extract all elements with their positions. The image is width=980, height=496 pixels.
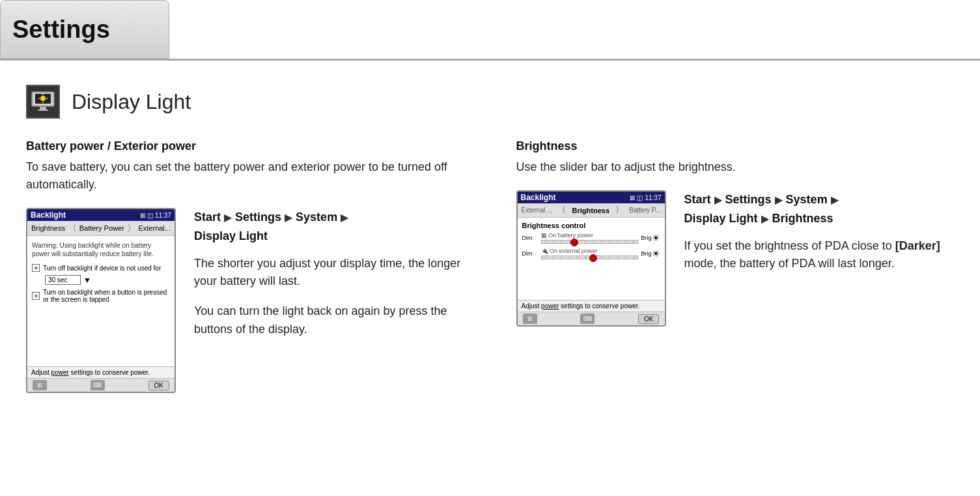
phone2-slider1-thumb[interactable] (570, 239, 578, 246)
phone1-dropdown-arrow[interactable]: ▼ (83, 276, 91, 285)
phone1-warning: Warning: Using backlight while on batter… (32, 239, 170, 260)
right-section-body: Use the slider bar to adjust the brightn… (516, 158, 955, 176)
right-path-arrow-1: ▶ (714, 192, 722, 209)
phone2-brightness-title: Brightness control (522, 222, 660, 229)
right-path-system: System (786, 193, 828, 206)
phone1-start-icon[interactable]: ⊞ (33, 380, 47, 390)
path-system: System (296, 211, 337, 224)
path-settings: Settings (235, 211, 281, 224)
page-title: Settings (12, 16, 110, 44)
phone2-slider1-dots (542, 241, 638, 243)
phone2-slider2-brig: Brig ☀ (641, 248, 660, 259)
phone2-tab-arrow-right: 〉 (615, 205, 623, 216)
phone1-keyboard-icon[interactable]: ⌨ (91, 380, 105, 390)
path-display: Display Light (194, 229, 268, 242)
phone2-slider2-center-label: 🔌 On external power (541, 248, 639, 254)
svg-rect-2 (40, 107, 46, 109)
phone1-nav-center: Battery Power (79, 224, 124, 232)
path-arrow-3: ▶ (341, 209, 348, 226)
phone1-nav-arrow-right: 〉 (127, 222, 136, 234)
phone2-slider1-dim: Dim (522, 235, 539, 241)
phone1-ok-button[interactable]: OK (148, 381, 169, 390)
phone1-footer: Adjust power settings to conserve power. (27, 366, 175, 378)
phone1-checkbox1[interactable]: ✕ (32, 264, 40, 272)
instruction-block: Start ▶ Settings ▶ System ▶ Display Ligh… (194, 208, 464, 339)
path-start: Start (194, 211, 221, 224)
right-instruction-block: Start ▶ Settings ▶ System ▶ Display Ligh… (684, 190, 955, 273)
phone1-battery-icon: ◫ (147, 212, 153, 219)
phone2-slider1-brig: Brig ☀ (641, 233, 660, 243)
path-arrow-2: ▶ (285, 209, 292, 226)
right-path-brightness: Brightness (772, 212, 833, 225)
phone2-tab-center[interactable]: Brightness (572, 207, 609, 214)
right-path-settings: Settings (725, 193, 772, 206)
phone1-time-input[interactable]: 30 sec (45, 275, 81, 285)
phone1-footer-link[interactable]: power (51, 369, 69, 376)
sun-icon-2: ☀ (652, 248, 660, 259)
phone2-title: Backlight (521, 193, 556, 202)
phone2-time: ⊠ ◫ 11:37 (630, 194, 661, 201)
right-path-start: Start (684, 193, 711, 206)
phone2-slider2-dim: Dim (522, 250, 539, 257)
phone2-slider2-thumb[interactable] (589, 254, 597, 262)
phone2-battery-icon: ▦ (541, 232, 547, 239)
path-arrow-1: ▶ (224, 209, 232, 226)
phone2-slider1-container: ▦ On battery power (541, 232, 639, 244)
info-bold: [Darker] (895, 239, 940, 252)
right-path-arrow-4: ▶ (761, 211, 769, 227)
two-column-layout: Battery power / Exterior power To save b… (26, 139, 954, 393)
phone2-tab-left[interactable]: External ... (522, 207, 553, 214)
left-column: Battery power / Exterior power To save b… (26, 139, 490, 393)
phone1-time: ⊠ ◫ 11:37 (140, 212, 171, 219)
phone-mockup-1: Backlight ⊠ ◫ 11:37 Brightness 〈 Battery… (26, 208, 176, 393)
right-info-text: If you set the brightness of PDA close t… (684, 237, 955, 274)
right-path-arrow-3: ▶ (831, 192, 839, 209)
display-light-heading: Display Light (26, 85, 954, 119)
phone1-signal-icon: ⊠ (140, 212, 145, 219)
phone2-tab-arrow-left: 〈 (558, 205, 566, 216)
phone2-signal-icon: ⊠ (630, 194, 635, 201)
left-phone-row: Backlight ⊠ ◫ 11:37 Brightness 〈 Battery… (26, 208, 464, 393)
svg-rect-3 (38, 109, 48, 111)
phone2-footer-conserve: settings to conserve power. (559, 302, 639, 310)
main-content: Display Light Battery power / Exterior p… (0, 72, 980, 406)
monitor-icon (30, 89, 56, 115)
right-column: Brightness Use the slider bar to adjust … (490, 139, 955, 393)
phone2-keyboard-icon[interactable]: ⌨ (580, 314, 595, 324)
phone2-start-icon[interactable]: ⊞ (523, 314, 537, 324)
info-after: mode, the battery of PDA will last longe… (684, 257, 895, 270)
phone2-slider1-center-label: ▦ On battery power (541, 232, 639, 239)
phone1-checkbox2-label: Turn on backlight when a button is press… (43, 289, 170, 303)
phone2-battery-icon: ◫ (637, 194, 643, 201)
phone1-bottom-bar: ⊞ ⌨ OK (27, 378, 175, 392)
phone2-slider2-container: 🔌 On external power (541, 248, 639, 259)
right-phone-row: Backlight ⊠ ◫ 11:37 External ... 〈 Brigh… (516, 190, 955, 327)
phone1-checkbox1-label: Turn off backlight if device is not used… (43, 265, 161, 272)
phone-mockup-2: Backlight ⊠ ◫ 11:37 External ... 〈 Brigh… (516, 190, 666, 327)
left-section-body: To save battery, you can set the battery… (26, 158, 464, 194)
phone1-checkbox2[interactable]: ✕ (32, 292, 40, 300)
phone2-ok-button[interactable]: OK (638, 314, 659, 324)
instruction-text-1: The shorter you adjust your display time… (194, 255, 464, 291)
phone2-footer-adjust: Adjust (522, 302, 542, 310)
phone2-titlebar: Backlight ⊠ ◫ 11:37 (518, 192, 665, 203)
display-light-title: Display Light (72, 90, 191, 114)
phone1-nav-arrow-left: 〈 (68, 222, 77, 234)
header-tab: Settings (0, 0, 169, 59)
info-before: If you set the brightness of PDA close t… (684, 239, 892, 252)
phone2-footer-link[interactable]: power (541, 302, 559, 310)
phone2-slider2-row: Dim 🔌 On external power (522, 248, 660, 259)
right-path-arrow-2: ▶ (775, 192, 783, 209)
header-underline (0, 59, 980, 61)
phone1-checkbox2-row: ✕ Turn on backlight when a button is pre… (32, 289, 170, 303)
phone1-nav[interactable]: Brightness 〈 Battery Power 〉 External... (27, 221, 175, 236)
phone2-slider1-track[interactable] (541, 240, 639, 244)
phone2-brightness-body: Brightness control Dim ▦ On battery powe… (518, 218, 665, 300)
right-path-text: Start ▶ Settings ▶ System ▶ Display Ligh… (684, 190, 955, 228)
right-path-display: Display Light (684, 212, 758, 225)
phone1-title: Backlight (31, 211, 66, 220)
phone1-footer-adjust: Adjust (31, 369, 51, 376)
phone2-tab-right[interactable]: Battery P... (629, 207, 660, 214)
phone2-slider2-track[interactable] (541, 255, 639, 259)
phone2-nav: External ... 〈 Brightness 〉 Battery P... (518, 203, 665, 218)
